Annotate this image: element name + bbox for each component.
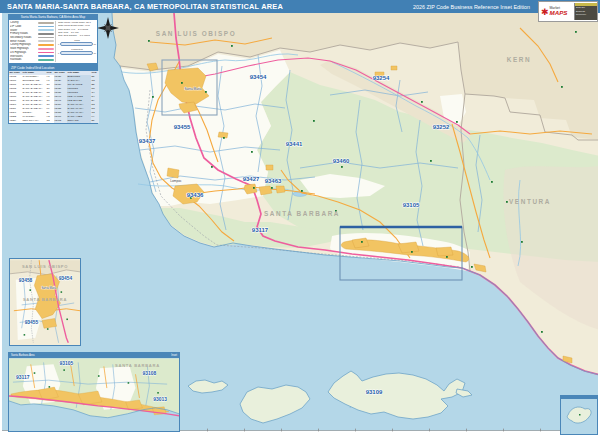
zip-code-label: 93454 [250, 74, 267, 80]
zip-index-row: 93067SUMMERLANDH6 [9, 79, 54, 83]
inset-zip-label: 93117 [16, 375, 30, 380]
edition-label: 2026 ZIP Code Business Reference Inset E… [413, 4, 530, 10]
zip-index-row: 93110SANTA BARBARAG6 [9, 103, 54, 107]
city-label: Lompoc [170, 179, 182, 183]
county-label: SAN LUIS OBISPO [156, 30, 236, 37]
zip-index-row: 93441LOS OLIVOSE4 [54, 99, 99, 103]
zip-code-label: 93254 [373, 75, 390, 81]
zip-index-row: 93437LOMPOCC4 [54, 91, 99, 95]
legend-swatch [38, 48, 54, 50]
zip-code-label: 93437 [139, 138, 156, 144]
legend-swatch [38, 22, 54, 24]
legend-item-list: CountyZIP CodeWaterPrimary RoadsSecondar… [10, 21, 56, 62]
zip-index-row: 93458SANTA MARIAC2 [54, 111, 99, 115]
inset-zip-label: 93458 [19, 278, 33, 283]
zip-index-row: 93105SANTA BARBARAG5 [9, 91, 54, 95]
logo-swirl-icon: ✱ [541, 7, 549, 17]
scale-bar: Miles010 [58, 39, 96, 46]
inset-city-label: Santa Maria [42, 286, 57, 290]
inset-bar-right-label: Inset [171, 353, 177, 358]
scale-bar: Kilometers016 [58, 48, 96, 55]
inset-zip-label: 93105 [59, 361, 73, 366]
zip-index-row: 93434GUADALUPEB2 [54, 83, 99, 87]
legend-info-line: One Grid Square = 7.0 Miles [58, 34, 96, 37]
city-label: Santa Maria [184, 87, 201, 91]
zip-index-left-column: ZIP CodeCity NameGrid 93013CARPINTERIAH7… [9, 71, 54, 123]
zip-code-label: 93463 [265, 178, 282, 184]
legend-swatch [38, 59, 54, 61]
zip-index-row: 93254NEW CUYAMAG2 [9, 119, 54, 123]
zip-code-label: 93109 [366, 389, 383, 395]
inset-island [560, 395, 598, 435]
county-label: VENTURA [509, 198, 551, 205]
zip-index-table: ZIP Code Index/Grid Location ZIP CodeCit… [8, 64, 98, 124]
zip-code-label: 93436 [187, 192, 204, 198]
county-label: KERN [507, 56, 532, 63]
zip-index-row: 93117GOLETAE6 [9, 111, 54, 115]
legend-swatch [38, 44, 54, 46]
inset-santa-maria: SAN LUIS OBISPOSANTA BARBARA934589345493… [9, 258, 81, 346]
zip-index-header-row: ZIP CodeCity NameGrid [9, 71, 54, 75]
map-poster: SAN LUIS OBISPOKERNSANTA BARBARAVENTURA … [0, 0, 600, 437]
legend-swatch [38, 26, 54, 28]
zip-index-row: 93454SANTA MARIAD2 [54, 103, 99, 107]
logo-badge-line: Reference [576, 13, 596, 17]
zip-code-label: 93117 [252, 227, 269, 233]
zip-code-label: 93105 [403, 202, 420, 208]
inset-county-label: SANTA BARBARA [23, 297, 67, 302]
inset-bar-left-label: Santa Barbara Area [11, 353, 35, 358]
logo-badge-lines: 2026 ZIPBusinessReference [575, 6, 597, 17]
zip-code-label: 93460 [333, 158, 350, 164]
legend: Santa Maria-Santa Barbara, CA Metro Area… [8, 14, 98, 64]
inset-zip-label: 93454 [59, 276, 73, 281]
inset-zip-label: 93013 [153, 397, 167, 402]
zip-index-row: 93111SANTA BARBARAF6 [9, 107, 54, 111]
county-label: SANTA BARBARA [264, 210, 340, 217]
legend-info-lines: Total Miles Across Page: 68.0Total Miles… [58, 21, 96, 37]
zip-code-label: 93252 [433, 124, 450, 130]
inset-county-label: SANTA BARBARA [115, 363, 160, 368]
inset-santa-barbara: Santa Barbara Area Inset [8, 352, 180, 432]
legend-swatch [38, 37, 54, 39]
logo-badge: 2026 ZIPBusinessReference [574, 3, 597, 20]
zip-index-row: 93013CARPINTERIAH7 [9, 75, 54, 79]
zip-index-header-row: ZIP CodeCity NameGrid [54, 71, 99, 75]
zip-index-row: 93252MARICOPAH3 [9, 115, 54, 119]
title-bar: SANTA MARIA-SANTA BARBARA, CA METROPOLIT… [0, 0, 600, 13]
legend-item: Railroads [10, 58, 54, 62]
zip-code-label: 93427 [243, 176, 260, 182]
zip-index-row: 93427BUELLTONE5 [54, 75, 99, 79]
logo-brand: Market MAPS [550, 7, 568, 17]
legend-swatch [38, 29, 54, 31]
zip-index-row: 93463SOLVANGE5 [54, 119, 99, 123]
zip-index-row: 93440LOS ALAMOSD4 [54, 95, 99, 99]
legend-swatch [38, 55, 54, 57]
zip-index-row: 93101SANTA BARBARAG6 [9, 83, 54, 87]
map-title: SANTA MARIA-SANTA BARBARA, CA METROPOLIT… [7, 2, 283, 11]
inset-zip-label: 93455 [25, 320, 39, 325]
legend-scale-bars: Miles010Kilometers016 [58, 39, 96, 55]
inset-zip-label: 93108 [142, 371, 156, 376]
zip-index-row: 93103SANTA BARBARAG6 [9, 87, 54, 91]
legend-swatch [38, 52, 54, 54]
publisher-logo: ✱ Market MAPS 2026 ZIPBusinessReference [538, 1, 598, 22]
zip-index-row: 93455SANTA MARIAD3 [54, 107, 99, 111]
zip-index-row: 93460SANTA YNEZF4 [54, 115, 99, 119]
legend-info-panel: Total Miles Across Page: 68.0Total Miles… [56, 21, 96, 62]
logo-brand-bottom: MAPS [550, 10, 568, 16]
zip-code-label: 93455 [174, 124, 191, 130]
zip-index-row: 93108SANTA BARBARAH6 [9, 95, 54, 99]
legend-swatch [38, 40, 54, 42]
zip-index-row: 93429CASMALIAC3 [54, 79, 99, 83]
zip-index-row: 93436LOMPOCD5 [54, 87, 99, 91]
zip-index-row: 93109SANTA BARBARAG6 [9, 99, 54, 103]
zip-code-label: 93441 [286, 141, 303, 147]
left-margin [0, 13, 2, 431]
legend-title: Santa Maria-Santa Barbara, CA Metro Area… [9, 15, 97, 20]
inset-county-label: SAN LUIS OBISPO [22, 264, 68, 269]
zip-index-right-column: ZIP CodeCity NameGrid 93427BUELLTONE5934… [54, 71, 99, 123]
legend-swatch [38, 33, 54, 35]
